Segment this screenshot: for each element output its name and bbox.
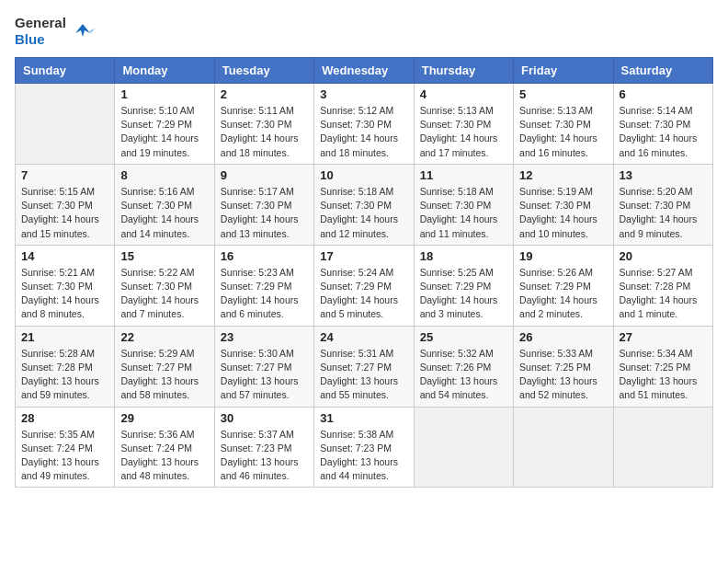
calendar-cell: 21Sunrise: 5:28 AMSunset: 7:28 PMDayligh… [16,326,115,407]
day-number: 27 [620,330,707,344]
logo-text: General Blue [15,15,66,48]
calendar-cell: 16Sunrise: 5:23 AMSunset: 7:29 PMDayligh… [214,245,313,326]
calendar-cell: 18Sunrise: 5:25 AMSunset: 7:29 PMDayligh… [414,245,513,326]
day-info: Sunrise: 5:17 AMSunset: 7:30 PMDaylight:… [221,185,308,241]
day-number: 3 [320,87,407,101]
day-info: Sunrise: 5:29 AMSunset: 7:27 PMDaylight:… [120,347,208,403]
calendar-cell: 23Sunrise: 5:30 AMSunset: 7:27 PMDayligh… [214,326,313,407]
day-number: 2 [221,87,308,101]
calendar-cell: 1Sunrise: 5:10 AMSunset: 7:29 PMDaylight… [115,84,214,165]
day-number: 21 [21,330,108,344]
day-info: Sunrise: 5:38 AMSunset: 7:23 PMDaylight:… [320,428,407,484]
calendar-cell: 12Sunrise: 5:19 AMSunset: 7:30 PMDayligh… [514,164,613,245]
day-info: Sunrise: 5:23 AMSunset: 7:29 PMDaylight:… [221,266,308,322]
day-info: Sunrise: 5:26 AMSunset: 7:29 PMDaylight:… [519,266,607,322]
day-number: 25 [420,330,507,344]
calendar-cell: 22Sunrise: 5:29 AMSunset: 7:27 PMDayligh… [115,326,214,407]
day-info: Sunrise: 5:13 AMSunset: 7:30 PMDaylight:… [420,104,507,160]
day-number: 7 [21,168,108,182]
calendar-cell: 17Sunrise: 5:24 AMSunset: 7:29 PMDayligh… [314,245,414,326]
day-info: Sunrise: 5:10 AMSunset: 7:29 PMDaylight:… [120,104,208,160]
day-info: Sunrise: 5:25 AMSunset: 7:29 PMDaylight:… [420,266,507,322]
day-number: 30 [221,411,308,425]
weekday-header: Friday [514,58,613,84]
day-number: 1 [120,87,208,101]
day-info: Sunrise: 5:21 AMSunset: 7:30 PMDaylight:… [21,266,108,322]
day-number: 15 [120,249,208,263]
day-number: 24 [320,330,407,344]
day-info: Sunrise: 5:35 AMSunset: 7:24 PMDaylight:… [21,428,108,484]
calendar-cell: 3Sunrise: 5:12 AMSunset: 7:30 PMDaylight… [314,84,414,165]
day-info: Sunrise: 5:18 AMSunset: 7:30 PMDaylight:… [420,185,507,241]
day-number: 26 [519,330,607,344]
logo-bird-icon [70,18,96,44]
day-info: Sunrise: 5:20 AMSunset: 7:30 PMDaylight:… [620,185,707,241]
weekday-header: Tuesday [214,58,313,84]
calendar-cell: 9Sunrise: 5:17 AMSunset: 7:30 PMDaylight… [214,164,313,245]
day-number: 13 [620,168,707,182]
day-info: Sunrise: 5:32 AMSunset: 7:26 PMDaylight:… [420,347,507,403]
day-number: 31 [320,411,407,425]
calendar-cell: 29Sunrise: 5:36 AMSunset: 7:24 PMDayligh… [115,407,214,488]
calendar-cell: 13Sunrise: 5:20 AMSunset: 7:30 PMDayligh… [613,164,712,245]
day-number: 23 [221,330,308,344]
day-number: 11 [420,168,507,182]
day-number: 9 [221,168,308,182]
calendar-cell: 26Sunrise: 5:33 AMSunset: 7:25 PMDayligh… [514,326,613,407]
calendar-cell: 24Sunrise: 5:31 AMSunset: 7:27 PMDayligh… [314,326,414,407]
calendar-cell: 7Sunrise: 5:15 AMSunset: 7:30 PMDaylight… [16,164,115,245]
calendar-cell: 10Sunrise: 5:18 AMSunset: 7:30 PMDayligh… [314,164,414,245]
day-number: 28 [21,411,108,425]
calendar-header-row: SundayMondayTuesdayWednesdayThursdayFrid… [16,58,713,84]
day-info: Sunrise: 5:30 AMSunset: 7:27 PMDaylight:… [221,347,308,403]
calendar-cell: 15Sunrise: 5:22 AMSunset: 7:30 PMDayligh… [115,245,214,326]
day-number: 19 [519,249,607,263]
day-number: 5 [519,87,607,101]
day-number: 20 [620,249,707,263]
calendar-cell: 20Sunrise: 5:27 AMSunset: 7:28 PMDayligh… [613,245,712,326]
weekday-header: Monday [115,58,214,84]
calendar-week-row: 1Sunrise: 5:10 AMSunset: 7:29 PMDaylight… [16,84,713,165]
day-number: 8 [120,168,208,182]
header: General Blue [15,15,713,48]
calendar-cell: 2Sunrise: 5:11 AMSunset: 7:30 PMDaylight… [214,84,313,165]
day-number: 16 [221,249,308,263]
calendar-week-row: 21Sunrise: 5:28 AMSunset: 7:28 PMDayligh… [16,326,713,407]
calendar-cell [613,407,712,488]
calendar-cell: 11Sunrise: 5:18 AMSunset: 7:30 PMDayligh… [414,164,513,245]
calendar-cell: 14Sunrise: 5:21 AMSunset: 7:30 PMDayligh… [16,245,115,326]
day-number: 4 [420,87,507,101]
logo: General Blue [15,15,96,48]
calendar-cell: 30Sunrise: 5:37 AMSunset: 7:23 PMDayligh… [214,407,313,488]
calendar-cell: 5Sunrise: 5:13 AMSunset: 7:30 PMDaylight… [514,84,613,165]
weekday-header: Sunday [16,58,115,84]
day-info: Sunrise: 5:13 AMSunset: 7:30 PMDaylight:… [519,104,607,160]
calendar-cell: 28Sunrise: 5:35 AMSunset: 7:24 PMDayligh… [16,407,115,488]
day-number: 17 [320,249,407,263]
day-info: Sunrise: 5:12 AMSunset: 7:30 PMDaylight:… [320,104,407,160]
calendar-cell: 25Sunrise: 5:32 AMSunset: 7:26 PMDayligh… [414,326,513,407]
day-number: 6 [620,87,707,101]
day-info: Sunrise: 5:36 AMSunset: 7:24 PMDaylight:… [120,428,208,484]
calendar-cell: 6Sunrise: 5:14 AMSunset: 7:30 PMDaylight… [613,84,712,165]
day-info: Sunrise: 5:16 AMSunset: 7:30 PMDaylight:… [120,185,208,241]
calendar-cell [514,407,613,488]
calendar-cell: 8Sunrise: 5:16 AMSunset: 7:30 PMDaylight… [115,164,214,245]
day-number: 12 [519,168,607,182]
day-number: 14 [21,249,108,263]
calendar-cell: 31Sunrise: 5:38 AMSunset: 7:23 PMDayligh… [314,407,414,488]
svg-marker-0 [75,24,90,37]
calendar-cell: 19Sunrise: 5:26 AMSunset: 7:29 PMDayligh… [514,245,613,326]
calendar-week-row: 7Sunrise: 5:15 AMSunset: 7:30 PMDaylight… [16,164,713,245]
calendar-cell: 27Sunrise: 5:34 AMSunset: 7:25 PMDayligh… [613,326,712,407]
day-info: Sunrise: 5:24 AMSunset: 7:29 PMDaylight:… [320,266,407,322]
day-info: Sunrise: 5:18 AMSunset: 7:30 PMDaylight:… [320,185,407,241]
day-info: Sunrise: 5:14 AMSunset: 7:30 PMDaylight:… [620,104,707,160]
day-number: 22 [120,330,208,344]
day-info: Sunrise: 5:34 AMSunset: 7:25 PMDaylight:… [620,347,707,403]
day-number: 29 [120,411,208,425]
weekday-header: Saturday [613,58,712,84]
weekday-header: Thursday [414,58,513,84]
svg-marker-1 [90,28,96,33]
calendar-week-row: 14Sunrise: 5:21 AMSunset: 7:30 PMDayligh… [16,245,713,326]
